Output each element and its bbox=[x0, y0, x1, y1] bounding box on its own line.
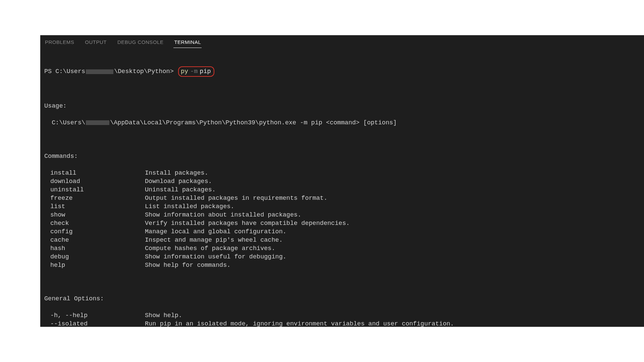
commands-label: Commands: bbox=[44, 152, 640, 161]
terminal-panel: PROBLEMS OUTPUT DEBUG CONSOLE TERMINAL P… bbox=[40, 35, 644, 327]
tab-problems[interactable]: PROBLEMS bbox=[44, 36, 75, 48]
tab-debug-console[interactable]: DEBUG CONSOLE bbox=[117, 36, 164, 48]
usage-pre: C:\Users\ bbox=[44, 119, 85, 126]
cmd-py: py bbox=[181, 67, 188, 76]
command-row: listList installed packages. bbox=[44, 202, 640, 211]
command-name: help bbox=[44, 261, 145, 269]
redacted-username bbox=[86, 69, 113, 74]
command-name: uninstall bbox=[44, 186, 145, 194]
command-name: download bbox=[44, 177, 145, 186]
option-flag: -h, --help bbox=[44, 311, 145, 320]
blank-line bbox=[44, 278, 640, 286]
option-desc: Show help. bbox=[145, 311, 182, 320]
command-name: list bbox=[44, 202, 145, 211]
command-row: installInstall packages. bbox=[44, 169, 640, 177]
command-desc: Show help for commands. bbox=[145, 261, 230, 269]
tab-output[interactable]: OUTPUT bbox=[84, 36, 107, 48]
command-row: cacheInspect and manage pip's wheel cach… bbox=[44, 236, 640, 244]
usage-post: \AppData\Local\Programs\Python\Python39\… bbox=[110, 119, 397, 126]
options-label: General Options: bbox=[44, 295, 640, 303]
command-desc: Show information about installed package… bbox=[145, 211, 301, 219]
command-name: config bbox=[44, 228, 145, 236]
option-row: --isolatedRun pip in an isolated mode, i… bbox=[44, 320, 640, 327]
command-desc: Output installed packages in requirement… bbox=[145, 194, 327, 202]
usage-line: C:\Users\\AppData\Local\Programs\Python\… bbox=[44, 119, 640, 127]
command-desc: Uninstall packages. bbox=[145, 186, 216, 194]
command-row: debugShow information useful for debuggi… bbox=[44, 253, 640, 261]
command-desc: Inspect and manage pip's wheel cache. bbox=[145, 236, 283, 244]
command-name: freeze bbox=[44, 194, 145, 202]
command-name: hash bbox=[44, 244, 145, 253]
command-row: helpShow help for commands. bbox=[44, 261, 640, 269]
prompt-line: PS C:\Users\Desktop\Python> py-mpip bbox=[44, 66, 640, 77]
command-highlight: py-mpip bbox=[178, 66, 214, 77]
panel-tabs: PROBLEMS OUTPUT DEBUG CONSOLE TERMINAL bbox=[40, 35, 644, 49]
blank-line bbox=[44, 85, 640, 94]
command-desc: Install packages. bbox=[145, 169, 208, 177]
command-desc: Manage local and global configuration. bbox=[145, 228, 286, 236]
prompt-path: \Desktop\Python> bbox=[114, 67, 174, 76]
command-name: debug bbox=[44, 253, 145, 261]
cmd-arg: -m bbox=[190, 67, 198, 76]
usage-label: Usage: bbox=[44, 102, 640, 110]
tab-terminal[interactable]: TERMINAL bbox=[173, 36, 202, 48]
command-row: checkVerify installed packages have comp… bbox=[44, 219, 640, 228]
command-row: downloadDownload packages. bbox=[44, 177, 640, 186]
command-name: check bbox=[44, 219, 145, 228]
option-flag: --isolated bbox=[44, 320, 145, 327]
command-row: uninstallUninstall packages. bbox=[44, 186, 640, 194]
terminal-output[interactable]: PS C:\Users\Desktop\Python> py-mpip Usag… bbox=[40, 49, 644, 327]
redacted-username-2 bbox=[86, 120, 109, 125]
command-name: install bbox=[44, 169, 145, 177]
command-desc: Show information useful for debugging. bbox=[145, 253, 286, 261]
blank-line bbox=[44, 135, 640, 144]
prompt-prefix: PS C:\Users bbox=[44, 67, 85, 76]
command-name: cache bbox=[44, 236, 145, 244]
option-row: -h, --helpShow help. bbox=[44, 311, 640, 320]
command-name: show bbox=[44, 211, 145, 219]
option-desc: Run pip in an isolated mode, ignoring en… bbox=[145, 320, 454, 327]
command-desc: Compute hashes of package archives. bbox=[145, 244, 275, 253]
cmd-pip: pip bbox=[200, 67, 211, 76]
command-desc: Download packages. bbox=[145, 177, 212, 186]
command-desc: Verify installed packages have compatibl… bbox=[145, 219, 350, 228]
command-row: freezeOutput installed packages in requi… bbox=[44, 194, 640, 202]
command-row: hashCompute hashes of package archives. bbox=[44, 244, 640, 253]
command-row: configManage local and global configurat… bbox=[44, 228, 640, 236]
command-desc: List installed packages. bbox=[145, 202, 234, 211]
command-row: showShow information about installed pac… bbox=[44, 211, 640, 219]
